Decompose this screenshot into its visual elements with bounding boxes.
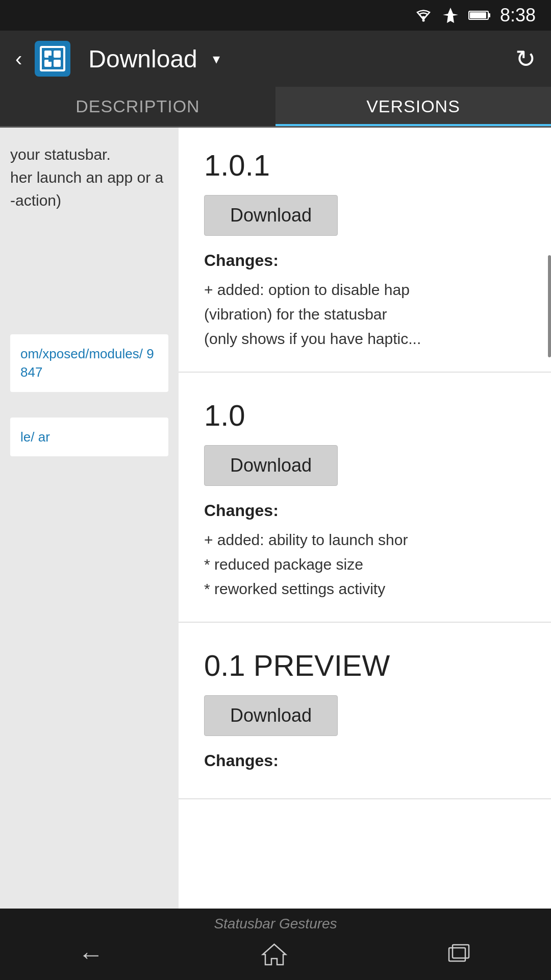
svg-point-0 [422,19,424,22]
battery-icon [468,9,491,21]
svg-rect-10 [453,945,469,958]
app-bar-left: ‹ Download ▾ [15,41,220,77]
app-icon-inner [40,46,65,71]
app-icon [35,41,70,77]
tab-bar: Description Versions [0,87,551,128]
left-panel: your statusbar.her launch an app or a-ac… [0,128,179,944]
right-panel: 1.0.1 Download Changes: + added: option … [179,128,551,944]
download-button-01preview[interactable]: Download [204,695,338,736]
status-icons: 8:38 [414,5,536,26]
tab-description[interactable]: Description [0,87,276,126]
svg-rect-7 [54,60,61,67]
nav-recents-button[interactable] [445,942,473,967]
refresh-button[interactable]: ↻ [515,44,536,73]
changes-label-101: Changes: [204,251,525,270]
link-text-2[interactable]: le/ ar [20,429,50,445]
svg-rect-5 [54,51,61,58]
download-button-10[interactable]: Download [204,445,338,486]
tab-versions[interactable]: Versions [276,87,551,126]
wifi-icon [414,8,433,22]
changes-label-01preview: Changes: [204,751,525,770]
changes-text-10: + added: ability to launch shor* reduced… [204,528,525,601]
link-text-1[interactable]: om/xposed/modules/ 9847 [20,346,154,380]
nav-back-button[interactable]: ← [78,940,104,969]
changes-text-101: + added: option to disable hap(vibration… [204,278,525,351]
nav-home-button[interactable] [260,942,288,967]
puzzle-icon [42,48,63,69]
airplane-icon [442,7,459,24]
status-bar: 8:38 [0,0,551,31]
svg-rect-9 [449,948,465,961]
link-box-2: le/ ar [10,418,168,456]
svg-rect-8 [48,56,52,62]
version-number-01preview: 0.1 PREVIEW [204,648,525,682]
version-number-101: 1.0.1 [204,148,525,182]
app-bar: ‹ Download ▾ ↻ [0,31,551,87]
description-partial: your statusbar.her launch an app or a-ac… [10,143,168,212]
version-card-01preview: 0.1 PREVIEW Download Changes: [179,628,551,799]
nav-bar: ← [0,929,551,980]
svg-rect-2 [488,13,490,17]
changes-label-10: Changes: [204,501,525,520]
back-button[interactable]: ‹ [15,47,22,70]
svg-rect-3 [470,12,486,18]
link-box-1: om/xposed/modules/ 9847 [10,334,168,392]
main-content: your statusbar.her launch an app or a-ac… [0,128,551,944]
version-card-101: 1.0.1 Download Changes: + added: option … [179,128,551,373]
version-card-10: 1.0 Download Changes: + added: ability t… [179,378,551,623]
scroll-indicator[interactable] [548,255,551,357]
download-button-101[interactable]: Download [204,195,338,236]
dropdown-arrow-icon: ▾ [213,51,220,67]
status-time: 8:38 [500,5,536,26]
version-number-10: 1.0 [204,398,525,432]
app-title: Download [88,45,197,73]
